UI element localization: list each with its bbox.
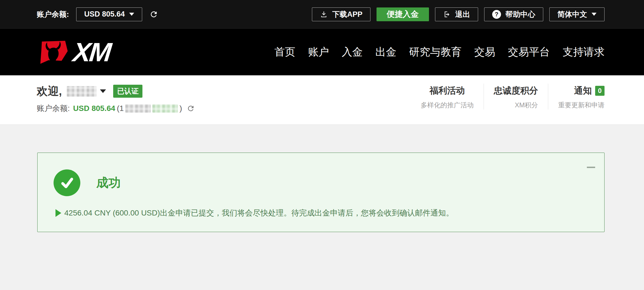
nav-item-trading[interactable]: 交易: [474, 46, 495, 58]
logo-text: XM: [72, 39, 112, 65]
bull-icon: [37, 40, 69, 64]
notifications-title: 通知: [574, 85, 592, 97]
welcome-strip: 欢迎, 已认证 账户余额: USD 805.64 (1 ) 福利活动 多样化的推…: [0, 75, 644, 125]
link-promotions[interactable]: 福利活动 多样化的推广活动: [411, 84, 484, 110]
link-loyalty-points[interactable]: 忠诚度积分 XM积分: [484, 84, 548, 110]
download-app-label: 下载APP: [332, 9, 362, 19]
account-number-redacted-2: [152, 104, 178, 113]
refresh-icon: [187, 104, 195, 113]
refresh-balance-button[interactable]: [149, 10, 158, 19]
language-label: 简体中文: [557, 9, 587, 19]
nav-item-deposit[interactable]: 入金: [342, 46, 363, 58]
nav-item-research-education[interactable]: 研究与教育: [409, 46, 462, 58]
account-number-close: ): [179, 104, 182, 113]
download-app-button[interactable]: 下载APP: [312, 7, 370, 21]
notifications-subtitle: 重要更新和申请: [558, 101, 605, 110]
account-chevron-down-icon[interactable]: [100, 89, 106, 93]
navbar: XM 首页 账户 入金 出金 研究与教育 交易 交易平台 支持请求: [0, 29, 644, 75]
welcome-left: 欢迎, 已认证 账户余额: USD 805.64 (1 ): [37, 84, 195, 124]
welcome-greeting: 欢迎,: [37, 84, 62, 99]
help-center-label: 帮助中心: [505, 9, 535, 19]
promotions-title: 福利活动: [421, 85, 474, 97]
quick-deposit-button[interactable]: 便捷入金: [377, 7, 429, 21]
account-balance-value: USD 805.64: [73, 104, 115, 113]
download-icon: [320, 10, 328, 18]
notifications-count-badge: 0: [595, 86, 605, 96]
balance-dropdown[interactable]: USD 805.64: [76, 7, 142, 21]
loyalty-title: 忠诚度积分: [494, 85, 538, 97]
main-nav: 首页 账户 入金 出金 研究与教育 交易 交易平台 支持请求: [274, 45, 605, 59]
loyalty-subtitle: XM积分: [494, 101, 538, 110]
topbar-actions: 下载APP 便捷入金 退出 ? 帮助中心 简体中文: [312, 7, 605, 21]
success-panel: 成功 4256.04 CNY (600.00 USD)出金申请已提交，我们将会尽…: [37, 153, 605, 232]
user-name-redacted: [67, 86, 97, 97]
refresh-account-button[interactable]: [184, 104, 195, 113]
promotions-subtitle: 多样化的推广活动: [421, 101, 474, 110]
language-dropdown[interactable]: 简体中文: [549, 7, 605, 21]
link-notifications[interactable]: 通知 0 重要更新和申请: [548, 84, 605, 110]
nav-item-home[interactable]: 首页: [274, 46, 295, 58]
account-number-open: (1: [117, 104, 124, 113]
topbar-balance-label: 账户余额:: [37, 9, 69, 19]
logout-label: 退出: [455, 9, 470, 19]
main-content: 成功 4256.04 CNY (600.00 USD)出金申请已提交，我们将会尽…: [0, 153, 644, 290]
quick-deposit-label: 便捷入金: [387, 9, 419, 20]
topbar-balance-group: 账户余额: USD 805.64: [37, 7, 158, 21]
nav-item-platforms[interactable]: 交易平台: [508, 46, 550, 58]
nav-item-account[interactable]: 账户: [308, 46, 329, 58]
account-number-redacted-1: [125, 104, 151, 113]
xm-logo[interactable]: XM: [37, 39, 110, 65]
refresh-icon: [149, 10, 158, 19]
nav-item-withdrawal[interactable]: 出金: [375, 46, 396, 58]
logout-button[interactable]: 退出: [435, 7, 478, 21]
balance-dropdown-value: USD 805.64: [84, 10, 125, 18]
nav-item-support[interactable]: 支持请求: [563, 46, 605, 58]
welcome-quick-links: 福利活动 多样化的推广活动 忠诚度积分 XM积分 通知 0 重要更新和申请: [411, 84, 605, 124]
chevron-down-icon: [592, 13, 597, 16]
success-message: 4256.04 CNY (600.00 USD)出金申请已提交，我们将会尽快处理…: [64, 208, 454, 218]
verified-badge: 已认证: [113, 85, 142, 98]
account-balance-label: 账户余额:: [37, 103, 70, 114]
success-title: 成功: [96, 175, 121, 191]
chevron-down-icon: [129, 13, 134, 16]
bullet-triangle-icon: [55, 209, 61, 217]
logout-icon: [443, 10, 451, 18]
success-check-icon: [54, 169, 80, 196]
topbar: 账户余额: USD 805.64 下载APP 便捷入金 退出 ? 帮助中心 简体…: [0, 0, 644, 29]
help-center-button[interactable]: ? 帮助中心: [484, 7, 543, 21]
question-mark-icon: ?: [492, 10, 501, 19]
collapse-panel-icon[interactable]: [587, 167, 595, 168]
